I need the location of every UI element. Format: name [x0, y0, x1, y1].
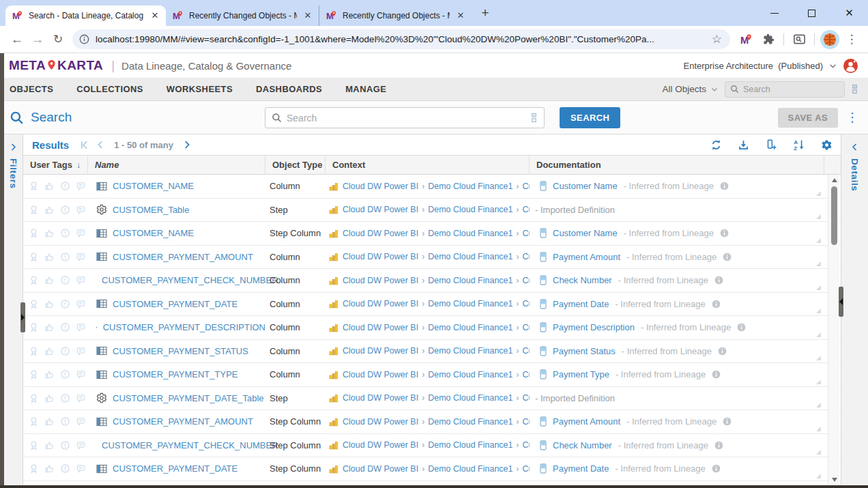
documentation-link[interactable]: Check Number — [553, 275, 612, 285]
metakarta-logo[interactable]: META KARTA — [9, 58, 103, 73]
user-avatar[interactable] — [843, 58, 858, 74]
context-link[interactable]: Demo Cloud Finance1 — [428, 417, 512, 427]
award-icon[interactable] — [29, 416, 39, 427]
comment-icon[interactable] — [76, 369, 86, 379]
table-row[interactable]: CUSTOMER_NAME Column Cloud DW Power BI›D… — [23, 175, 841, 199]
scroll-up-arrow[interactable] — [828, 175, 840, 185]
column-header-documentation[interactable]: Documentation — [530, 156, 824, 174]
table-row[interactable]: CUSTOMER_PAYMENT_CHECK_NUMBER Step Colum… — [23, 434, 841, 458]
warning-icon[interactable] — [60, 322, 70, 332]
cell-resize-grip[interactable] — [816, 356, 821, 360]
thumbs-up-icon[interactable] — [44, 252, 55, 262]
context-link[interactable]: Demo Cloud Finance1 — [428, 182, 512, 191]
table-row[interactable]: CUSTOMER_PAYMENT_DESCRIPTION Column Clou… — [23, 316, 841, 340]
warning-icon[interactable] — [60, 440, 70, 450]
context-link[interactable]: Cloud DW Power BI — [343, 370, 418, 379]
scrollbar-thumb[interactable] — [831, 186, 837, 245]
warning-icon[interactable] — [60, 228, 70, 238]
comment-icon[interactable] — [76, 205, 86, 215]
tab-close-icon[interactable]: ✕ — [149, 10, 160, 21]
thumbs-up-icon[interactable] — [44, 228, 55, 238]
context-link[interactable]: Customer — [523, 229, 530, 238]
context-link[interactable]: Demo Cloud Finance1 — [428, 370, 512, 379]
column-header-name[interactable]: Name — [88, 156, 265, 174]
browser-menu-kebab[interactable]: ⋮ — [842, 30, 861, 49]
comment-icon[interactable] — [76, 346, 86, 356]
scroll-down-arrow[interactable] — [828, 475, 840, 485]
column-header-context[interactable]: Context — [326, 156, 530, 174]
column-header-object-type[interactable]: Object Type — [265, 156, 326, 174]
context-link[interactable]: Demo Cloud Finance1 — [428, 323, 512, 332]
table-row[interactable]: CUSTOMER_PAYMENT_STATUS Column Cloud DW … — [23, 340, 841, 364]
cell-resize-grip[interactable] — [816, 308, 821, 313]
object-name-link[interactable]: CUSTOMER_PAYMENT_DATE — [113, 463, 237, 474]
table-row[interactable]: CUSTOMER_NAME Step Column Cloud DW Power… — [23, 222, 841, 246]
cell-resize-grip[interactable] — [816, 214, 821, 219]
address-bar[interactable]: localhost:19980/MM/#view=search&configId… — [72, 29, 730, 49]
thumbs-up-icon[interactable] — [44, 369, 55, 379]
object-name-link[interactable]: CUSTOMER_PAYMENT_STATUS — [113, 346, 248, 356]
context-link[interactable]: Customer — [523, 370, 530, 379]
thumbs-up-icon[interactable] — [44, 416, 55, 427]
comment-icon[interactable] — [76, 299, 86, 309]
back-button[interactable]: ← — [7, 29, 27, 50]
object-name-link[interactable]: CUSTOMER_PAYMENT_DESCRIPTION — [103, 322, 265, 332]
info-icon[interactable] — [712, 300, 721, 308]
info-icon[interactable] — [720, 229, 729, 238]
context-link[interactable]: Cloud DW Power BI — [343, 276, 418, 285]
thumbs-up-icon[interactable] — [44, 440, 55, 450]
nav-item-collections[interactable]: COLLECTIONS — [76, 84, 143, 94]
award-icon[interactable] — [29, 393, 39, 403]
documentation-link[interactable]: Payment Description — [553, 322, 635, 332]
cell-resize-grip[interactable] — [816, 450, 821, 455]
comment-icon[interactable] — [76, 393, 86, 403]
comment-icon[interactable] — [76, 322, 86, 332]
nav-item-objects[interactable]: OBJECTS — [10, 84, 53, 94]
scope-dropdown[interactable]: All Objects — [662, 84, 719, 94]
add-column-icon[interactable] — [765, 139, 777, 151]
browser-tab[interactable]: Recently Changed Objects - Me ✕ — [319, 5, 472, 26]
documentation-link[interactable]: Check Number — [553, 440, 612, 450]
search-options-kebab[interactable]: ⋮ — [846, 110, 858, 125]
filters-splitter-handle[interactable] — [20, 302, 25, 332]
award-icon[interactable] — [29, 181, 39, 191]
warning-icon[interactable] — [60, 369, 70, 379]
details-splitter-handle[interactable] — [839, 287, 843, 317]
comment-icon[interactable] — [76, 228, 86, 238]
table-row[interactable]: CUSTOMER_PAYMENT_AMOUNT Column Cloud DW … — [23, 246, 841, 270]
award-icon[interactable] — [29, 228, 39, 238]
side-panel-icon[interactable] — [790, 30, 809, 49]
award-icon[interactable] — [29, 463, 39, 474]
main-search-input[interactable] — [287, 113, 525, 124]
comment-icon[interactable] — [76, 252, 86, 262]
award-icon[interactable] — [29, 275, 39, 285]
context-link[interactable]: Customer — [523, 205, 530, 214]
object-name-link[interactable]: CUSTOMER_PAYMENT_TYPE — [113, 369, 237, 379]
context-link[interactable]: Customer — [523, 182, 530, 191]
context-link[interactable]: Demo Cloud Finance1 — [428, 299, 512, 308]
context-link[interactable]: Customer — [523, 346, 530, 356]
award-icon[interactable] — [29, 205, 39, 215]
configuration-label[interactable]: Enterprise Architecture (Published) — [683, 61, 823, 71]
context-link[interactable]: Cloud DW Power BI — [343, 229, 418, 238]
documentation-link[interactable]: Customer Name — [553, 228, 618, 238]
info-icon[interactable] — [718, 347, 727, 356]
comment-icon[interactable] — [76, 181, 86, 191]
page-info-icon[interactable] — [79, 34, 89, 44]
context-link[interactable]: Customer — [523, 393, 530, 403]
context-link[interactable]: Cloud DW Power BI — [343, 252, 418, 261]
award-icon[interactable] — [29, 252, 39, 262]
thumbs-up-icon[interactable] — [44, 299, 55, 309]
minimize-button[interactable] — [755, 0, 793, 26]
thumbs-up-icon[interactable] — [44, 346, 55, 356]
nav-item-manage[interactable]: MANAGE — [345, 84, 386, 94]
context-link[interactable]: Cloud DW Power BI — [343, 323, 418, 332]
object-name-link[interactable]: CUSTOMER_NAME — [113, 181, 194, 191]
advanced-search-icon[interactable] — [851, 84, 858, 94]
comment-icon[interactable] — [76, 416, 86, 427]
documentation-link[interactable]: Payment Amount — [553, 416, 620, 427]
global-search-input[interactable] — [743, 85, 839, 94]
expand-filters-chevron-icon[interactable] — [9, 143, 18, 152]
context-link[interactable]: Customer — [523, 464, 530, 474]
cell-resize-grip[interactable] — [816, 191, 821, 196]
